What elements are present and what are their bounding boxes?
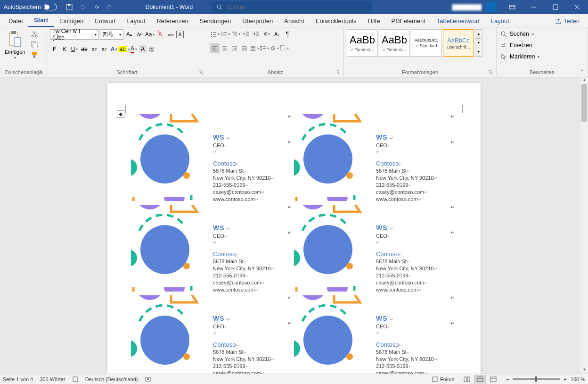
close-button[interactable] — [566, 0, 588, 14]
tab-hilfe[interactable]: Hilfe — [362, 15, 386, 27]
dialog-launcher-icon[interactable] — [335, 70, 340, 75]
increase-indent-icon[interactable] — [252, 29, 261, 39]
share-button[interactable]: Teilen — [549, 15, 585, 27]
zoom-in-button[interactable]: + — [564, 376, 566, 382]
language-indicator[interactable]: Deutsch (Deutschland) — [85, 376, 138, 382]
toggle-switch[interactable] — [44, 4, 57, 10]
tab-pdfelement[interactable]: PDFelement — [386, 15, 431, 27]
tab-layout[interactable]: Layout — [121, 15, 151, 27]
character-shading-icon[interactable]: A — [139, 45, 147, 53]
clear-format-icon[interactable]: A◇ — [155, 30, 165, 39]
align-left-icon[interactable] — [210, 43, 220, 53]
autosave-toggle[interactable]: AutoSpeichern — [0, 4, 61, 10]
scroll-up-icon[interactable]: ▴ — [580, 77, 588, 84]
change-case-icon[interactable]: Aa — [145, 30, 155, 39]
highlight-icon[interactable]: ab — [119, 44, 129, 54]
scroll-thumb[interactable] — [581, 84, 587, 122]
tab-ueberpruefen[interactable]: Überprüfen — [237, 15, 278, 27]
tab-layout-2[interactable]: Layout — [485, 15, 515, 27]
zoom-level[interactable]: 100 % — [571, 376, 585, 382]
tab-start[interactable]: Start — [28, 14, 54, 27]
shading-icon[interactable] — [270, 43, 279, 53]
search-input[interactable] — [227, 4, 367, 10]
align-right-icon[interactable] — [230, 43, 239, 53]
strikethrough-icon[interactable]: ab — [80, 44, 89, 54]
shrink-font-icon[interactable]: A▾ — [135, 30, 144, 39]
save-icon[interactable] — [65, 3, 73, 11]
distributed-icon[interactable] — [250, 43, 259, 53]
paste-button[interactable]: Einfügen ▾ — [3, 29, 27, 61]
avatar[interactable] — [486, 2, 497, 12]
text-effects-icon[interactable]: A — [109, 44, 119, 54]
font-color-icon[interactable]: A — [129, 44, 139, 54]
dialog-launcher-icon[interactable] — [38, 70, 43, 75]
borders-icon[interactable] — [279, 43, 289, 53]
font-size-combo[interactable]: 四号▾ — [100, 29, 123, 40]
gallery-more[interactable]: ▴▾▾ — [475, 29, 482, 57]
tab-referenzen[interactable]: Referenzen — [151, 15, 194, 27]
zoom-out-button[interactable]: − — [506, 376, 509, 382]
repeat-icon[interactable] — [105, 3, 113, 11]
style-item-2[interactable]: AaBb↵ Firmenn… — [379, 29, 410, 57]
show-marks-icon[interactable]: ¶ — [283, 29, 292, 39]
tab-ansicht[interactable]: Ansicht — [278, 15, 310, 27]
scroll-down-icon[interactable]: ▾ — [580, 367, 588, 374]
align-center-icon[interactable] — [220, 43, 229, 53]
tab-einfuegen[interactable]: Einfügen — [54, 15, 89, 27]
redo-icon[interactable]: ▾ — [92, 3, 99, 11]
bullets-icon[interactable] — [210, 29, 220, 39]
word-count[interactable]: 300 Wörter — [40, 376, 65, 382]
ribbon-display-icon[interactable] — [501, 0, 523, 14]
format-painter-icon[interactable] — [31, 51, 38, 58]
tab-sendungen[interactable]: Sendungen — [194, 15, 237, 27]
asian-layout-icon[interactable]: ✕̂ — [262, 29, 271, 39]
style-item-1[interactable]: AaBb↵ Firmenn… — [347, 29, 378, 57]
table-move-handle[interactable]: ✥ — [117, 110, 124, 118]
italic-icon[interactable]: K — [60, 44, 69, 54]
spellcheck-icon[interactable] — [72, 376, 79, 383]
minimize-button[interactable] — [523, 0, 545, 14]
grow-font-icon[interactable]: A▴ — [124, 30, 134, 39]
bold-icon[interactable]: F — [50, 44, 59, 54]
enclose-char-icon[interactable]: ㊛ — [147, 44, 156, 54]
character-border-icon[interactable]: A — [176, 31, 184, 38]
replace-button[interactable]: Ersetzen — [499, 41, 585, 50]
print-layout-icon[interactable] — [474, 375, 486, 384]
tab-entwicklertools[interactable]: Entwicklertools — [310, 15, 362, 27]
focus-button[interactable]: Fokus — [432, 376, 454, 383]
document-area[interactable]: ✥ ↵ WS ↵ CEO↵ ↵ Contoso↵ 5678 Main St↵ N… — [0, 77, 588, 374]
copy-icon[interactable] — [31, 41, 38, 48]
justify-icon[interactable] — [240, 43, 249, 53]
read-mode-icon[interactable] — [461, 375, 473, 384]
undo-icon[interactable] — [79, 3, 86, 11]
web-layout-icon[interactable] — [487, 375, 499, 384]
underline-icon[interactable]: U — [70, 44, 79, 54]
macro-icon[interactable] — [145, 376, 151, 383]
style-item-4[interactable]: AaBbCcÜberschrif… — [443, 29, 474, 57]
sort-icon[interactable]: A↓ — [272, 29, 282, 39]
tab-entwurf[interactable]: Entwurf — [89, 15, 121, 27]
line-spacing-icon[interactable] — [260, 43, 269, 53]
search-box[interactable] — [212, 1, 372, 13]
dialog-launcher-icon[interactable] — [198, 70, 203, 75]
multilevel-icon[interactable] — [231, 29, 240, 39]
select-button[interactable]: Markieren ▾ — [499, 52, 585, 61]
subscript-icon[interactable]: x2 — [90, 44, 99, 54]
zoom-slider[interactable] — [513, 378, 560, 380]
decrease-indent-icon[interactable] — [241, 29, 251, 39]
tab-tabellenentwurf[interactable]: Tabellenentwurf — [431, 15, 485, 27]
maximize-button[interactable] — [545, 0, 566, 14]
vertical-scrollbar[interactable]: ▴ ▾ — [580, 77, 588, 374]
cut-icon[interactable] — [31, 30, 38, 38]
user-area[interactable]: ████████ — [452, 2, 501, 12]
style-item-3[interactable]: AaBbCcDdE↵ Standard — [411, 29, 442, 57]
phonetic-guide-icon[interactable]: abc — [166, 30, 175, 39]
font-family-combo[interactable]: Tw Cen MT (Übe▾ — [50, 29, 99, 40]
tab-datei[interactable]: Datei — [3, 15, 28, 27]
numbering-icon[interactable]: 12 — [220, 29, 230, 39]
find-button[interactable]: Suchen ▾ — [499, 29, 585, 39]
collapse-ribbon-icon[interactable]: ⌃ — [580, 68, 584, 75]
page-indicator[interactable]: Seite 1 von 4 — [3, 376, 33, 382]
superscript-icon[interactable]: x2 — [99, 44, 109, 54]
dialog-launcher-icon[interactable] — [488, 70, 492, 75]
